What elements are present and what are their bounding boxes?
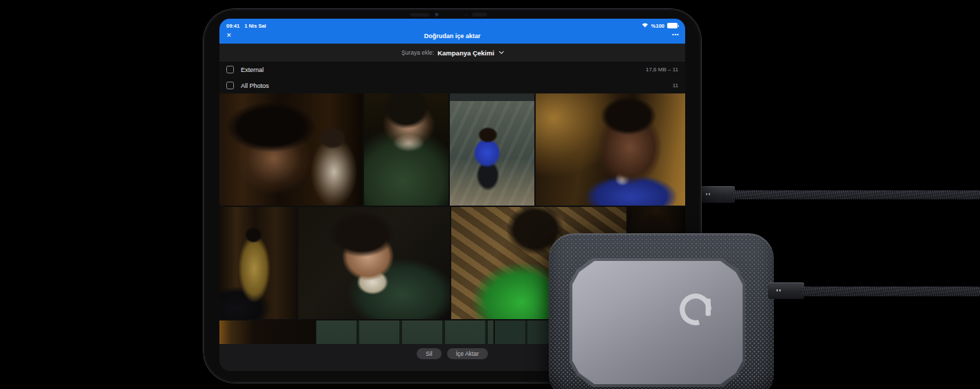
sensor-dot [465, 14, 467, 16]
ssd-faceplate [570, 258, 745, 387]
photo-thumbnail[interactable] [364, 93, 448, 206]
source-label: All Photos [241, 82, 269, 89]
status-date: 1 Nis Sal [244, 23, 266, 29]
import-button[interactable]: İçe Aktar [447, 348, 488, 359]
g-technology-logo-icon [678, 291, 714, 327]
usb-c-cable-ipad [732, 190, 980, 199]
battery-percent: %100 [651, 23, 664, 29]
usb-c-cable-ssd [801, 287, 980, 296]
source-label: External [241, 66, 264, 73]
all-photos-checkbox[interactable] [226, 82, 234, 89]
chevron-down-icon[interactable] [499, 49, 504, 54]
status-time: 09:41 [226, 23, 239, 29]
source-meta: 17,6 MB – 11 [646, 66, 678, 73]
usb-c-connector-ipad [698, 186, 735, 203]
photo-thumbnail[interactable] [450, 93, 534, 206]
wifi-icon [642, 22, 648, 29]
sensor-slot [472, 12, 487, 17]
photo-thumbnail[interactable] [316, 320, 493, 344]
usb-c-connector-ssd [768, 282, 804, 299]
source-row-external[interactable]: External 17,6 MB – 11 [219, 62, 685, 78]
destination-dropdown[interactable]: Kampanya Çekimi [437, 49, 494, 57]
photo-thumbnail[interactable] [219, 93, 363, 206]
more-options-button[interactable]: ••• [672, 31, 679, 37]
title-bar: ✕ Doğrudan içe aktar ••• [219, 30, 685, 44]
destination-bar: Şuraya ekle: Kampanya Çekimi [219, 44, 685, 62]
external-checkbox[interactable] [226, 66, 234, 73]
connector-logo-icon [705, 193, 711, 195]
delete-button[interactable]: Sil [417, 348, 441, 359]
connector-logo-icon [776, 289, 781, 291]
speaker-slot [410, 13, 429, 17]
battery-icon [667, 23, 679, 28]
photo-thumbnail[interactable] [219, 320, 315, 344]
source-meta: 11 [673, 82, 678, 89]
external-ssd-drive [549, 233, 774, 389]
front-camera [435, 12, 439, 17]
photo-thumbnail[interactable] [536, 93, 685, 206]
photo-thumbnail[interactable] [219, 207, 297, 319]
import-header: 09:41 1 Nis Sal %100 ✕ [219, 19, 685, 44]
status-bar: 09:41 1 Nis Sal %100 [219, 19, 685, 30]
scene: 09:41 1 Nis Sal %100 ✕ [0, 0, 980, 389]
source-row-all-photos[interactable]: All Photos 11 [219, 78, 685, 93]
destination-label: Şuraya ekle: [401, 49, 434, 56]
photo-thumbnail[interactable] [298, 207, 450, 319]
page-title: Doğrudan içe aktar [219, 33, 685, 39]
